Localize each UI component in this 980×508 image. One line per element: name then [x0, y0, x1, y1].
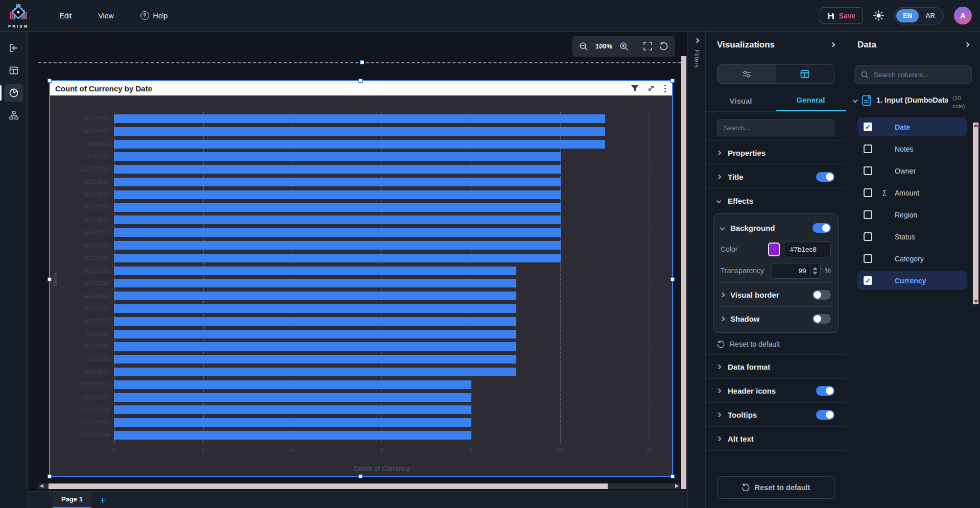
- bar-2/15/2022[interactable]: [114, 114, 605, 123]
- visual-focus-mode-icon[interactable]: [647, 84, 655, 92]
- bar-4/10/2023[interactable]: [114, 292, 516, 300]
- resize-handle-middle-right[interactable]: [671, 277, 675, 281]
- effects-reset-link[interactable]: Reset to default: [717, 340, 834, 348]
- bar-12/13/2024[interactable]: [114, 431, 471, 440]
- canvas-vertical-scrollbar[interactable]: [681, 56, 686, 489]
- field-checkbox-category[interactable]: [864, 254, 872, 263]
- resize-handle-top-right[interactable]: [671, 79, 675, 83]
- shadow-toggle[interactable]: [812, 314, 831, 324]
- bar-11/12/2024[interactable]: [114, 405, 471, 414]
- bar-5/31/2022[interactable]: [114, 127, 605, 136]
- section-properties[interactable]: Properties: [706, 140, 846, 164]
- tab-general[interactable]: General: [776, 90, 846, 111]
- build-visual-segment[interactable]: [718, 65, 776, 83]
- app-logo[interactable]: PRISM: [8, 3, 29, 29]
- bar-4/17/2022[interactable]: [114, 304, 516, 313]
- data-panel-collapse-icon[interactable]: [965, 42, 970, 47]
- header-icons-toggle[interactable]: [816, 386, 834, 396]
- user-avatar[interactable]: A: [954, 7, 972, 25]
- background-row[interactable]: Background: [721, 217, 831, 238]
- menu-edit[interactable]: Edit: [59, 12, 71, 20]
- field-checkbox-notes[interactable]: [864, 144, 872, 153]
- background-toggle[interactable]: [812, 223, 831, 233]
- field-row-category[interactable]: Category: [857, 249, 967, 268]
- bar-9/22/2022[interactable]: [114, 254, 561, 262]
- bar-8/16/2022[interactable]: [114, 228, 561, 237]
- bar-10/31/2022[interactable]: [114, 393, 471, 402]
- chart-visual-container[interactable]: Count of Currency by Date: [49, 80, 673, 477]
- menu-help[interactable]: ? Help: [140, 11, 168, 20]
- menu-view[interactable]: View: [98, 12, 113, 20]
- bar-9/19/2022[interactable]: [114, 241, 561, 250]
- bar-10/25/2021[interactable]: [114, 380, 471, 389]
- lang-en-button[interactable]: EN: [896, 9, 919, 22]
- format-visual-segment[interactable]: [776, 65, 834, 83]
- color-hex-input[interactable]: #7b1ec8: [784, 241, 831, 257]
- columns-search-input[interactable]: [874, 71, 965, 79]
- visual-border-row[interactable]: Visual border: [721, 284, 831, 305]
- scroll-right-arrow[interactable]: [675, 484, 679, 488]
- section-tooltips[interactable]: Tooltips: [706, 402, 846, 426]
- horizontal-scroll-thumb[interactable]: [49, 483, 608, 489]
- bar-1/23/2021[interactable]: [114, 267, 516, 275]
- bar-12/10/2022[interactable]: [114, 165, 561, 174]
- bar-2/12/2022[interactable]: [114, 178, 561, 186]
- bar-9/2/2024[interactable]: [114, 140, 605, 149]
- transparency-spinner[interactable]: [810, 263, 820, 278]
- tab-visual[interactable]: Visual: [706, 90, 776, 111]
- section-title[interactable]: Title: [706, 164, 846, 188]
- bar-11/26/2024[interactable]: [114, 418, 471, 427]
- page-resize-handle[interactable]: [360, 60, 364, 64]
- resize-handle-middle-left[interactable]: [47, 277, 52, 281]
- visualizations-collapse-icon[interactable]: [830, 42, 835, 47]
- table-tree-node[interactable]: 1. Input (DumboData.... (10 cols): [846, 89, 980, 113]
- resize-handle-bottom-center[interactable]: [358, 474, 363, 478]
- format-search-input[interactable]: [717, 119, 834, 136]
- shadow-row[interactable]: Shadow: [721, 308, 831, 329]
- field-row-amount[interactable]: ΣAmount: [857, 183, 967, 202]
- field-row-region[interactable]: Region: [857, 205, 967, 224]
- bar-5/12/2022[interactable]: [114, 203, 561, 212]
- tooltips-toggle[interactable]: [816, 410, 834, 420]
- section-alt-text[interactable]: Alt text: [706, 426, 846, 450]
- page-tab-1[interactable]: Page 1: [53, 492, 91, 508]
- bar-5/12/2023[interactable]: [114, 215, 561, 224]
- scroll-up-arrow[interactable]: [973, 124, 978, 127]
- spinner-up-icon[interactable]: [812, 267, 818, 270]
- lang-ar-button[interactable]: AR: [919, 9, 942, 22]
- resize-handle-top-center[interactable]: [358, 79, 363, 83]
- visuals-pie-icon[interactable]: [4, 84, 23, 102]
- theme-toggle-button[interactable]: [873, 10, 884, 21]
- reset-view-button[interactable]: [659, 42, 668, 51]
- resize-handle-top-left[interactable]: [47, 79, 52, 83]
- scroll-left-arrow[interactable]: [40, 484, 43, 488]
- resize-handle-bottom-right[interactable]: [671, 474, 675, 478]
- fit-to-screen-button[interactable]: [643, 42, 652, 51]
- resize-handle-bottom-left[interactable]: [47, 474, 52, 478]
- transparency-input[interactable]: 99: [772, 263, 821, 279]
- collapse-panel-icon[interactable]: [4, 39, 23, 57]
- title-toggle[interactable]: [816, 172, 834, 182]
- field-row-notes[interactable]: Notes: [857, 139, 967, 158]
- reset-to-default-button[interactable]: Reset to default: [717, 476, 834, 499]
- field-row-date[interactable]: ✓Date: [857, 117, 967, 136]
- scroll-down-arrow[interactable]: [973, 300, 978, 303]
- report-canvas[interactable]: 100%: [28, 32, 687, 508]
- bar-3/15/2021[interactable]: [114, 190, 561, 199]
- field-row-status[interactable]: Status: [857, 227, 967, 246]
- bar-9/28/2023[interactable]: [114, 368, 516, 376]
- color-swatch[interactable]: [768, 243, 780, 256]
- bar-1/4/2025[interactable]: [114, 152, 561, 161]
- visual-filter-icon[interactable]: [631, 84, 639, 92]
- bar-5/1/2021[interactable]: [114, 330, 516, 338]
- zoom-in-button[interactable]: [619, 42, 629, 51]
- canvas-horizontal-scrollbar[interactable]: [38, 483, 680, 489]
- bar-7/2/2021[interactable]: [114, 355, 516, 364]
- table-expand-icon[interactable]: [853, 98, 858, 103]
- spinner-down-icon[interactable]: [812, 272, 818, 275]
- field-checkbox-currency[interactable]: ✓: [864, 276, 872, 285]
- section-data-format[interactable]: Data format: [706, 354, 846, 378]
- field-checkbox-status[interactable]: [864, 232, 872, 241]
- visual-border-toggle[interactable]: [812, 290, 831, 300]
- hierarchy-icon[interactable]: [4, 106, 23, 125]
